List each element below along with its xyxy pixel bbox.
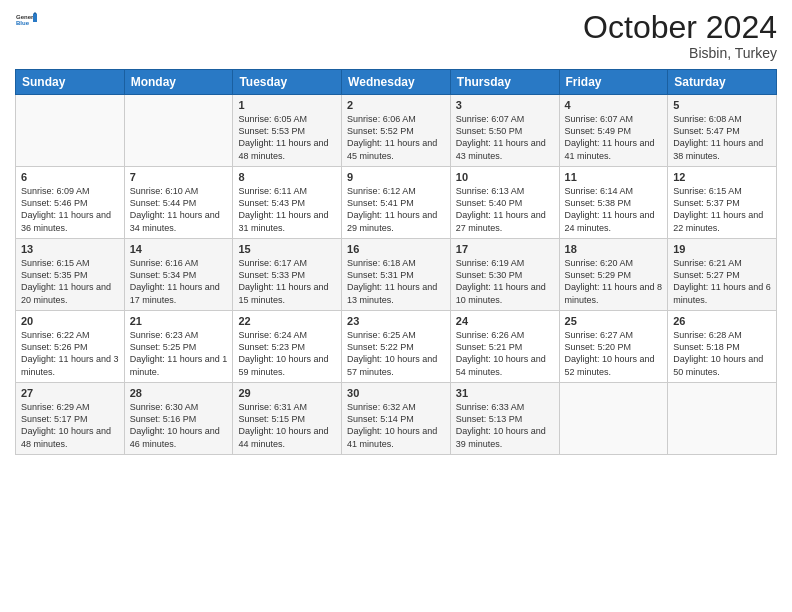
day-number: 28 [130, 387, 228, 399]
day-number: 20 [21, 315, 119, 327]
calendar-table: Sunday Monday Tuesday Wednesday Thursday… [15, 69, 777, 455]
day-cell: 26Sunrise: 6:28 AM Sunset: 5:18 PM Dayli… [668, 311, 777, 383]
day-info: Sunrise: 6:14 AM Sunset: 5:38 PM Dayligh… [565, 185, 663, 234]
day-info: Sunrise: 6:21 AM Sunset: 5:27 PM Dayligh… [673, 257, 771, 306]
day-number: 14 [130, 243, 228, 255]
day-info: Sunrise: 6:07 AM Sunset: 5:49 PM Dayligh… [565, 113, 663, 162]
day-info: Sunrise: 6:30 AM Sunset: 5:16 PM Dayligh… [130, 401, 228, 450]
day-info: Sunrise: 6:08 AM Sunset: 5:47 PM Dayligh… [673, 113, 771, 162]
day-cell: 31Sunrise: 6:33 AM Sunset: 5:13 PM Dayli… [450, 383, 559, 455]
day-cell: 13Sunrise: 6:15 AM Sunset: 5:35 PM Dayli… [16, 239, 125, 311]
day-info: Sunrise: 6:07 AM Sunset: 5:50 PM Dayligh… [456, 113, 554, 162]
day-number: 24 [456, 315, 554, 327]
day-info: Sunrise: 6:24 AM Sunset: 5:23 PM Dayligh… [238, 329, 336, 378]
day-number: 15 [238, 243, 336, 255]
day-number: 30 [347, 387, 445, 399]
day-info: Sunrise: 6:32 AM Sunset: 5:14 PM Dayligh… [347, 401, 445, 450]
day-info: Sunrise: 6:33 AM Sunset: 5:13 PM Dayligh… [456, 401, 554, 450]
day-number: 31 [456, 387, 554, 399]
day-cell: 8Sunrise: 6:11 AM Sunset: 5:43 PM Daylig… [233, 167, 342, 239]
day-cell: 12Sunrise: 6:15 AM Sunset: 5:37 PM Dayli… [668, 167, 777, 239]
day-number: 1 [238, 99, 336, 111]
day-cell [559, 383, 668, 455]
day-cell: 19Sunrise: 6:21 AM Sunset: 5:27 PM Dayli… [668, 239, 777, 311]
day-cell: 22Sunrise: 6:24 AM Sunset: 5:23 PM Dayli… [233, 311, 342, 383]
day-info: Sunrise: 6:29 AM Sunset: 5:17 PM Dayligh… [21, 401, 119, 450]
day-cell: 24Sunrise: 6:26 AM Sunset: 5:21 PM Dayli… [450, 311, 559, 383]
day-info: Sunrise: 6:26 AM Sunset: 5:21 PM Dayligh… [456, 329, 554, 378]
day-cell: 11Sunrise: 6:14 AM Sunset: 5:38 PM Dayli… [559, 167, 668, 239]
week-row-3: 20Sunrise: 6:22 AM Sunset: 5:26 PM Dayli… [16, 311, 777, 383]
day-info: Sunrise: 6:18 AM Sunset: 5:31 PM Dayligh… [347, 257, 445, 306]
day-number: 9 [347, 171, 445, 183]
day-cell: 18Sunrise: 6:20 AM Sunset: 5:29 PM Dayli… [559, 239, 668, 311]
day-number: 12 [673, 171, 771, 183]
day-info: Sunrise: 6:05 AM Sunset: 5:53 PM Dayligh… [238, 113, 336, 162]
calendar-page: General Blue October 2024 Bisbin, Turkey… [0, 0, 792, 612]
header: General Blue October 2024 Bisbin, Turkey [15, 10, 777, 61]
svg-marker-2 [33, 14, 37, 22]
day-cell: 4Sunrise: 6:07 AM Sunset: 5:49 PM Daylig… [559, 95, 668, 167]
svg-marker-3 [33, 12, 37, 14]
week-row-4: 27Sunrise: 6:29 AM Sunset: 5:17 PM Dayli… [16, 383, 777, 455]
day-info: Sunrise: 6:31 AM Sunset: 5:15 PM Dayligh… [238, 401, 336, 450]
week-row-2: 13Sunrise: 6:15 AM Sunset: 5:35 PM Dayli… [16, 239, 777, 311]
day-number: 5 [673, 99, 771, 111]
day-cell: 27Sunrise: 6:29 AM Sunset: 5:17 PM Dayli… [16, 383, 125, 455]
day-info: Sunrise: 6:20 AM Sunset: 5:29 PM Dayligh… [565, 257, 663, 306]
day-info: Sunrise: 6:22 AM Sunset: 5:26 PM Dayligh… [21, 329, 119, 378]
day-cell: 20Sunrise: 6:22 AM Sunset: 5:26 PM Dayli… [16, 311, 125, 383]
col-saturday: Saturday [668, 70, 777, 95]
day-cell [16, 95, 125, 167]
day-cell: 29Sunrise: 6:31 AM Sunset: 5:15 PM Dayli… [233, 383, 342, 455]
day-info: Sunrise: 6:19 AM Sunset: 5:30 PM Dayligh… [456, 257, 554, 306]
day-number: 7 [130, 171, 228, 183]
day-cell [124, 95, 233, 167]
week-row-1: 6Sunrise: 6:09 AM Sunset: 5:46 PM Daylig… [16, 167, 777, 239]
day-cell: 21Sunrise: 6:23 AM Sunset: 5:25 PM Dayli… [124, 311, 233, 383]
day-info: Sunrise: 6:11 AM Sunset: 5:43 PM Dayligh… [238, 185, 336, 234]
day-info: Sunrise: 6:23 AM Sunset: 5:25 PM Dayligh… [130, 329, 228, 378]
logo-icon: General Blue [15, 10, 37, 32]
month-title: October 2024 [583, 10, 777, 45]
day-number: 18 [565, 243, 663, 255]
day-number: 8 [238, 171, 336, 183]
day-cell: 1Sunrise: 6:05 AM Sunset: 5:53 PM Daylig… [233, 95, 342, 167]
day-cell: 3Sunrise: 6:07 AM Sunset: 5:50 PM Daylig… [450, 95, 559, 167]
day-cell: 30Sunrise: 6:32 AM Sunset: 5:14 PM Dayli… [342, 383, 451, 455]
day-info: Sunrise: 6:09 AM Sunset: 5:46 PM Dayligh… [21, 185, 119, 234]
day-number: 22 [238, 315, 336, 327]
day-number: 21 [130, 315, 228, 327]
day-number: 4 [565, 99, 663, 111]
day-number: 26 [673, 315, 771, 327]
title-block: October 2024 Bisbin, Turkey [583, 10, 777, 61]
day-number: 16 [347, 243, 445, 255]
day-info: Sunrise: 6:15 AM Sunset: 5:37 PM Dayligh… [673, 185, 771, 234]
col-wednesday: Wednesday [342, 70, 451, 95]
week-row-0: 1Sunrise: 6:05 AM Sunset: 5:53 PM Daylig… [16, 95, 777, 167]
day-number: 29 [238, 387, 336, 399]
day-cell: 15Sunrise: 6:17 AM Sunset: 5:33 PM Dayli… [233, 239, 342, 311]
header-row: Sunday Monday Tuesday Wednesday Thursday… [16, 70, 777, 95]
day-info: Sunrise: 6:27 AM Sunset: 5:20 PM Dayligh… [565, 329, 663, 378]
day-number: 2 [347, 99, 445, 111]
day-number: 17 [456, 243, 554, 255]
day-cell: 14Sunrise: 6:16 AM Sunset: 5:34 PM Dayli… [124, 239, 233, 311]
day-cell: 28Sunrise: 6:30 AM Sunset: 5:16 PM Dayli… [124, 383, 233, 455]
day-cell [668, 383, 777, 455]
day-info: Sunrise: 6:15 AM Sunset: 5:35 PM Dayligh… [21, 257, 119, 306]
day-info: Sunrise: 6:28 AM Sunset: 5:18 PM Dayligh… [673, 329, 771, 378]
day-number: 27 [21, 387, 119, 399]
day-info: Sunrise: 6:16 AM Sunset: 5:34 PM Dayligh… [130, 257, 228, 306]
day-cell: 9Sunrise: 6:12 AM Sunset: 5:41 PM Daylig… [342, 167, 451, 239]
day-info: Sunrise: 6:10 AM Sunset: 5:44 PM Dayligh… [130, 185, 228, 234]
svg-text:Blue: Blue [16, 20, 30, 26]
day-info: Sunrise: 6:25 AM Sunset: 5:22 PM Dayligh… [347, 329, 445, 378]
day-cell: 7Sunrise: 6:10 AM Sunset: 5:44 PM Daylig… [124, 167, 233, 239]
day-cell: 6Sunrise: 6:09 AM Sunset: 5:46 PM Daylig… [16, 167, 125, 239]
day-cell: 16Sunrise: 6:18 AM Sunset: 5:31 PM Dayli… [342, 239, 451, 311]
col-tuesday: Tuesday [233, 70, 342, 95]
day-cell: 10Sunrise: 6:13 AM Sunset: 5:40 PM Dayli… [450, 167, 559, 239]
col-thursday: Thursday [450, 70, 559, 95]
day-cell: 17Sunrise: 6:19 AM Sunset: 5:30 PM Dayli… [450, 239, 559, 311]
